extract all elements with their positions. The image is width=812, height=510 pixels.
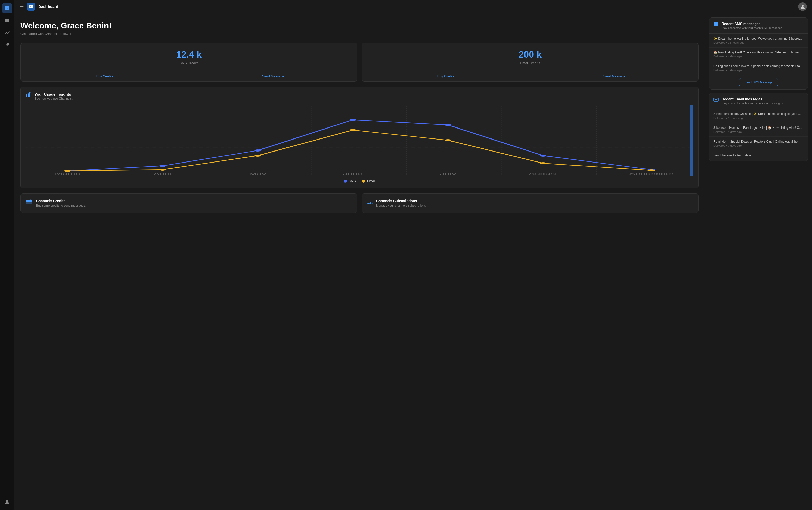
- subscriptions-icon: [367, 199, 372, 206]
- email-message-item: 2-Bedroom condo Available | ✨ Dream home…: [709, 109, 808, 123]
- email-panel-title: Recent Email messages: [722, 97, 783, 101]
- svg-point-22: [445, 124, 451, 126]
- sidebar: [0, 0, 14, 510]
- sms-legend-dot: [344, 180, 347, 183]
- svg-rect-9: [29, 93, 30, 97]
- content-area: Welcome, Grace Benin! Get started with C…: [14, 13, 812, 510]
- credits-card-subtitle: Buy some credits to send messages.: [36, 204, 86, 207]
- svg-point-6: [802, 5, 804, 7]
- email-credit-label: Email Credits: [367, 61, 693, 65]
- svg-rect-3: [7, 8, 9, 10]
- email-message-text: Reminder – Special Deals on Realtors Clu…: [714, 140, 804, 143]
- app-logo: [27, 3, 35, 11]
- usage-insights-card: Your Usage Insights See how you use Chan…: [21, 87, 699, 188]
- chart-title: Your Usage Insights: [34, 92, 72, 96]
- sms-message-meta: Delivered • 7 days ago: [714, 69, 804, 72]
- main-area: ☰ Dashboard Welcome, Grace Benin! Get st…: [14, 0, 812, 510]
- svg-point-31: [648, 169, 655, 171]
- welcome-title: Welcome, Grace Benin!: [21, 21, 699, 30]
- chart-icon: [26, 92, 31, 99]
- bottom-cards: Channels Credits Buy some credits to sen…: [21, 193, 699, 213]
- avatar[interactable]: [798, 2, 807, 11]
- channels-credits-card: Channels Credits Buy some credits to sen…: [21, 193, 358, 213]
- sms-message-item: ✨ Dream home waiting for you! We've got …: [709, 34, 808, 48]
- svg-point-29: [445, 139, 451, 141]
- svg-point-26: [159, 169, 166, 171]
- email-credit-card: 200 k Email Credits Buy Credits Send Mes…: [362, 43, 699, 82]
- sms-message-item: Calling out all home lovers. Special dea…: [709, 61, 808, 75]
- svg-rect-35: [27, 203, 28, 203]
- email-message-text: Send the email after update...: [714, 153, 804, 157]
- sms-message-list: ✨ Dream home waiting for you! We've got …: [709, 33, 808, 75]
- email-legend-label: Email: [367, 179, 375, 183]
- email-message-meta: Delivered • 7 days ago: [714, 144, 804, 147]
- sms-credit-label: SMS Credits: [26, 61, 352, 65]
- email-message-meta: Delivered • 15 hours ago: [714, 116, 804, 120]
- sms-message-meta: Delivered • 4 days ago: [714, 55, 804, 58]
- email-message-item: 3-bedroom Homes at East Legon Hills | 🏠 …: [709, 123, 808, 137]
- sms-credit-value: 12.4 k: [26, 49, 352, 60]
- chart-area: March April May June July August Septemb…: [26, 105, 693, 176]
- svg-point-23: [540, 154, 546, 157]
- sidebar-item-profile[interactable]: [2, 497, 12, 507]
- chart-legend: SMS Email: [26, 179, 693, 183]
- svg-rect-2: [5, 8, 7, 10]
- email-message-item: Send the email after update...: [709, 150, 808, 161]
- sidebar-item-dashboard[interactable]: [2, 3, 12, 13]
- sms-message-text: ✨ Dream home waiting for you! We've got …: [714, 37, 804, 40]
- welcome-subtitle: Get started with Channels below ↓: [21, 32, 699, 36]
- credits-card-title: Channels Credits: [36, 199, 86, 203]
- email-panel-subtitle: Stay connected with your recent email me…: [722, 102, 783, 105]
- email-message-item: Reminder – Special Deals on Realtors Clu…: [709, 137, 808, 150]
- sms-panel-title: Recent SMS messages: [722, 22, 782, 26]
- svg-text:August: August: [529, 172, 558, 175]
- sms-message-text: 🏠 New Listing Alert! Check out this stun…: [714, 51, 804, 54]
- channels-subscriptions-card: Channels Subscriptions Manage your chann…: [362, 193, 699, 213]
- svg-rect-1: [7, 6, 9, 8]
- svg-text:March: March: [55, 172, 80, 175]
- sms-buy-credits-button[interactable]: Buy Credits: [21, 71, 189, 81]
- sms-send-message-button[interactable]: Send Message: [189, 71, 358, 81]
- sms-message-item: 🏠 New Listing Alert! Check out this stun…: [709, 48, 808, 61]
- email-send-message-button[interactable]: Send Message: [530, 71, 699, 81]
- sms-messages-panel: Recent SMS messages Stay connected with …: [709, 18, 808, 90]
- svg-rect-7: [26, 95, 27, 97]
- email-buy-credits-button[interactable]: Buy Credits: [362, 71, 530, 81]
- svg-point-20: [254, 149, 261, 151]
- svg-rect-8: [28, 94, 29, 97]
- svg-point-25: [64, 170, 71, 172]
- sms-panel-subtitle: Stay connected with your recent SMS mess…: [722, 26, 782, 29]
- svg-point-30: [540, 162, 546, 164]
- sms-legend-label: SMS: [349, 179, 356, 183]
- svg-point-19: [159, 165, 166, 167]
- credits-icon: [26, 199, 32, 206]
- left-panel: Welcome, Grace Benin! Get started with C…: [14, 13, 705, 510]
- svg-text:June: June: [343, 172, 363, 175]
- email-message-text: 2-Bedroom condo Available | ✨ Dream home…: [714, 112, 804, 116]
- svg-point-5: [6, 500, 8, 502]
- sms-credit-card: 12.4 k SMS Credits Buy Credits Send Mess…: [21, 43, 358, 82]
- svg-rect-37: [714, 98, 718, 102]
- credit-cards: 12.4 k SMS Credits Buy Credits Send Mess…: [21, 43, 699, 82]
- email-legend-item: Email: [362, 179, 375, 183]
- right-panel: Recent SMS messages Stay connected with …: [705, 13, 812, 510]
- subscriptions-card-subtitle: Manage your channels subscriptions.: [376, 204, 427, 207]
- chart-subtitle: See how you use Channels.: [34, 97, 72, 101]
- email-message-meta: Delivered • 4 days ago: [714, 130, 804, 133]
- sidebar-item-messages[interactable]: [2, 15, 12, 26]
- sidebar-item-analytics[interactable]: [2, 28, 12, 38]
- svg-point-28: [350, 129, 356, 131]
- svg-text:September: September: [629, 172, 674, 175]
- svg-rect-32: [690, 105, 693, 176]
- email-credit-value: 200 k: [367, 49, 693, 60]
- svg-rect-10: [26, 105, 693, 176]
- email-message-list: 2-Bedroom condo Available | ✨ Dream home…: [709, 109, 808, 161]
- email-legend-dot: [362, 180, 365, 183]
- svg-text:April: April: [153, 172, 172, 175]
- sms-message-text: Calling out all home lovers. Special dea…: [714, 64, 804, 68]
- menu-icon[interactable]: ☰: [20, 4, 24, 10]
- sms-legend-item: SMS: [344, 179, 356, 183]
- sidebar-item-settings[interactable]: [2, 40, 12, 50]
- subscriptions-card-title: Channels Subscriptions: [376, 199, 427, 203]
- send-sms-button[interactable]: Send SMS Message: [739, 78, 778, 86]
